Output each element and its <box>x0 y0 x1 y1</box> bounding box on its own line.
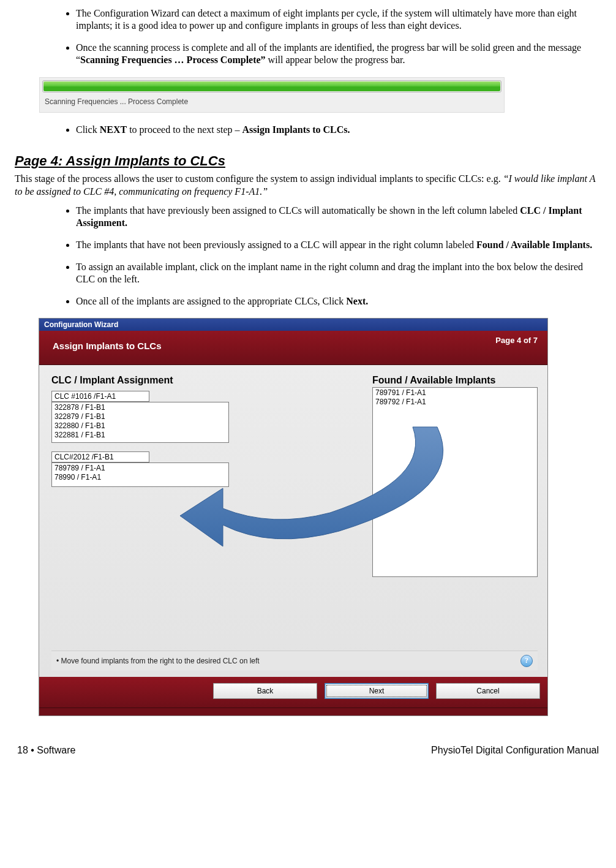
bullet-item: Once the scanning process is complete an… <box>76 42 601 66</box>
footer-right: PhysioTel Digital Configuration Manual <box>431 745 599 756</box>
clc-listbox[interactable]: 322878 / F1-B1 322879 / F1-B1 322880 / F… <box>51 402 229 443</box>
intro-bullets: The Configuration Wizard can detect a ma… <box>15 7 601 66</box>
list-item[interactable]: 322879 / F1-B1 <box>54 412 226 421</box>
hint-text: • Move found implants from the right to … <box>56 657 260 665</box>
bullet-item: To assign an available implant, click on… <box>76 261 601 285</box>
bullet-item: Once all of the implants are assigned to… <box>76 295 601 308</box>
list-item[interactable]: 322878 / F1-B1 <box>54 403 226 412</box>
assignment-column: CLC / Implant Assignment CLC #1016 /F1-A… <box>51 375 229 577</box>
page-footer: 18 • Software PhysioTel Digital Configur… <box>15 745 601 756</box>
bold-text: Scanning Frequencies … Process Complete” <box>80 55 266 65</box>
text: This stage of the process allows the use… <box>15 173 503 184</box>
bold-text: NEXT <box>100 124 127 135</box>
bold-text: Next. <box>346 296 368 306</box>
text: Once all of the implants are assigned to… <box>76 296 346 306</box>
bold-text: Assign Implants to CLCs. <box>242 124 350 135</box>
next-bullet: Click NEXT to proceed to the next step –… <box>15 124 601 136</box>
text: will appear below the progress bar. <box>266 55 405 65</box>
wizard-header: Page 4 of 7 Assign Implants to CLCs <box>39 331 547 365</box>
text: Click <box>76 124 100 135</box>
cancel-button[interactable]: Cancel <box>436 683 540 699</box>
section-heading: Page 4: Assign Implants to CLCs <box>15 153 601 169</box>
right-column-header: Found / Available Implants <box>372 375 538 386</box>
footer-left: 18 • Software <box>17 745 75 756</box>
available-column: Found / Available Implants 789791 / F1-A… <box>372 375 538 577</box>
next-button[interactable]: Next <box>325 683 429 699</box>
text: The Configuration Wizard can detect a ma… <box>76 8 577 31</box>
left-column-header: CLC / Implant Assignment <box>51 375 229 386</box>
clc-header[interactable]: CLC #1016 /F1-A1 <box>51 391 149 402</box>
bullet-item: The Configuration Wizard can detect a ma… <box>76 7 601 32</box>
section-intro: This stage of the process allows the use… <box>15 173 601 198</box>
list-item[interactable]: 789791 / F1-A1 <box>375 388 535 398</box>
clc-listbox[interactable]: 789789 / F1-A1 78990 / F1-A1 <box>51 462 229 487</box>
progress-screenshot: Scanning Frequencies ... Process Complet… <box>39 77 505 113</box>
bullet-item: Click NEXT to proceed to the next step –… <box>76 124 601 136</box>
list-item[interactable]: 322881 / F1-B1 <box>54 431 226 440</box>
help-icon[interactable]: ? <box>520 655 533 667</box>
step-title: Assign Implants to CLCs <box>53 341 538 351</box>
back-button[interactable]: Back <box>213 683 317 699</box>
list-item[interactable]: 322880 / F1-B1 <box>54 421 226 431</box>
bullet-item: The implants that have not been previous… <box>76 239 601 251</box>
bold-text: Found / Available Implants. <box>476 240 592 250</box>
page-indicator: Page 4 of 7 <box>495 336 538 345</box>
wizard-window: Configuration Wizard Page 4 of 7 Assign … <box>39 319 547 715</box>
status-strip <box>39 708 547 715</box>
window-titlebar: Configuration Wizard <box>39 319 547 331</box>
body-bullets: The implants that have previously been a… <box>15 205 601 308</box>
list-item[interactable]: 789789 / F1-A1 <box>54 464 226 473</box>
list-item[interactable]: 78990 / F1-A1 <box>54 473 226 482</box>
hint-bar: • Move found implants from the right to … <box>51 651 538 671</box>
wizard-footer: Back Next Cancel <box>39 677 547 708</box>
wizard-body: CLC / Implant Assignment CLC #1016 /F1-A… <box>39 365 547 677</box>
progress-bar <box>42 80 501 92</box>
bullet-item: The implants that have previously been a… <box>76 205 601 229</box>
text: The implants that have previously been a… <box>76 205 520 216</box>
clc-header[interactable]: CLC#2012 /F1-B1 <box>51 451 149 462</box>
available-listbox[interactable]: 789791 / F1-A1 789792 / F1-A1 <box>372 387 538 577</box>
text: To assign an available implant, click on… <box>76 262 583 284</box>
progress-status-text: Scanning Frequencies ... Process Complet… <box>42 96 501 110</box>
text: The implants that have not been previous… <box>76 240 476 250</box>
progress-fill <box>43 81 500 91</box>
text: to proceed to the next step – <box>127 124 242 135</box>
list-item[interactable]: 789792 / F1-A1 <box>375 398 535 407</box>
